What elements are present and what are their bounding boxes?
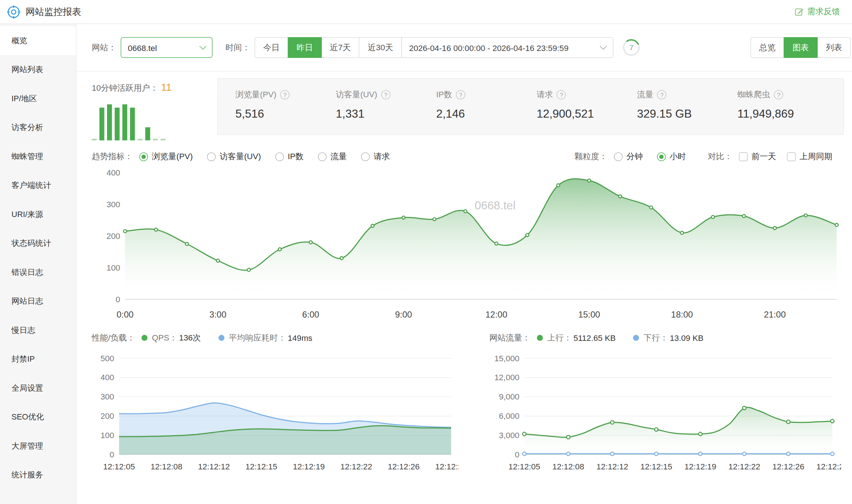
time-range-button[interactable]: 昨日 xyxy=(288,37,322,58)
help-icon[interactable]: ? xyxy=(774,90,784,100)
svg-text:200: 200 xyxy=(106,232,120,241)
stat-value: 2,146 xyxy=(436,107,537,120)
sidebar-item[interactable]: IP/地区 xyxy=(0,84,76,113)
sidebar-item[interactable]: 大屏管理 xyxy=(0,432,76,461)
svg-text:0: 0 xyxy=(115,295,120,304)
svg-text:21:00: 21:00 xyxy=(764,310,786,319)
time-range-group: 今日昨日近7天近30天 xyxy=(255,37,402,58)
help-icon[interactable]: ? xyxy=(657,90,667,100)
radio-icon xyxy=(614,152,623,161)
trend-metric-label: 趋势指标： xyxy=(92,151,133,162)
time-range-button[interactable]: 近7天 xyxy=(321,37,360,58)
metric-radio[interactable]: 流量 xyxy=(318,151,347,162)
granularity-radio[interactable]: 小时 xyxy=(657,151,686,162)
time-range-button[interactable]: 近30天 xyxy=(359,37,402,58)
app-logo-icon xyxy=(7,5,21,19)
page-title: 网站监控报表 xyxy=(26,5,82,18)
granularity-radio[interactable]: 分钟 xyxy=(614,151,643,162)
active-users-value: 11 xyxy=(161,82,172,93)
view-mode-button[interactable]: 图表 xyxy=(784,37,818,58)
stat-value: 11,949,869 xyxy=(737,107,838,120)
time-range-button[interactable]: 今日 xyxy=(255,37,288,58)
stats-card: 浏览量(PV)?5,516访客量(UV)?1,331IP数?2,146请求?12… xyxy=(217,78,844,135)
sidebar-item[interactable]: 状态码统计 xyxy=(0,229,76,258)
svg-text:6,000: 6,000 xyxy=(499,412,519,421)
active-users-label: 10分钟活跃用户： xyxy=(92,83,158,92)
refresh-countdown[interactable]: 7 xyxy=(622,38,641,57)
legend-item[interactable]: 下行：13.09 KB xyxy=(633,332,703,343)
sidebar-item[interactable]: SEO优化 xyxy=(0,403,76,432)
svg-text:12:12:12: 12:12:12 xyxy=(198,462,230,471)
sidebar-item[interactable]: 网站日志 xyxy=(0,287,76,316)
metric-radio[interactable]: IP数 xyxy=(275,151,304,162)
svg-text:500: 500 xyxy=(100,354,114,363)
sidebar-item[interactable]: 全局设置 xyxy=(0,374,76,403)
legend-item[interactable]: QPS：136次 xyxy=(142,332,201,343)
sidebar-item[interactable]: 统计服务 xyxy=(0,461,76,490)
perf-legend-items: QPS：136次平均响应耗时：149ms xyxy=(142,332,330,343)
svg-text:12:00: 12:00 xyxy=(485,310,507,319)
help-icon[interactable]: ? xyxy=(381,90,390,100)
stat-value: 1,331 xyxy=(336,107,436,120)
perf-legend-title: 性能/负载： xyxy=(92,332,135,343)
date-range-picker[interactable]: 2026-04-16 00:00:00 - 2026-04-16 23:59:5… xyxy=(402,37,614,58)
trend-controls: 趋势指标： 浏览量(PV)访客量(UV)IP数流量请求 颗粒度： 分钟小时 对比… xyxy=(76,141,852,163)
active-users-bar xyxy=(145,127,150,141)
traffic-panel: 网站流量： 上行：5112.65 KB下行：13.09 KB 03,0006,0… xyxy=(489,331,841,473)
date-range-value: 2026-04-16 00:00:00 - 2026-04-16 23:59:5… xyxy=(409,43,569,52)
perf-chart: 010020030040050012:12:0512:12:0812:12:12… xyxy=(92,353,459,473)
svg-text:100: 100 xyxy=(106,263,120,272)
metric-radio-group: 浏览量(PV)访客量(UV)IP数流量请求 xyxy=(139,151,405,162)
help-icon[interactable]: ? xyxy=(280,90,290,100)
stats-row: 10分钟活跃用户：11 浏览量(PV)?5,516访客量(UV)?1,331IP… xyxy=(76,72,852,141)
sidebar-item[interactable]: URI/来源 xyxy=(0,200,76,229)
view-mode-button[interactable]: 列表 xyxy=(817,37,851,58)
compare-checkbox[interactable]: 上周同期 xyxy=(787,151,833,162)
svg-text:12:12:29: 12:12:29 xyxy=(816,462,841,471)
sidebar: 概览网站列表IP/地区访客分析蜘蛛管理客户端统计URI/来源状态码统计错误日志网… xyxy=(0,24,76,504)
feedback-edit-icon xyxy=(795,7,804,17)
svg-text:12:12:05: 12:12:05 xyxy=(508,462,540,471)
active-users-zero-dash xyxy=(92,139,97,141)
svg-text:12:12:29: 12:12:29 xyxy=(435,462,459,471)
help-icon[interactable]: ? xyxy=(557,90,566,100)
legend-dot-icon xyxy=(218,335,225,341)
radio-icon xyxy=(207,152,216,161)
sidebar-item[interactable]: 慢日志 xyxy=(0,316,76,345)
legend-dot-icon xyxy=(633,335,639,341)
sidebar-item[interactable]: 访客分析 xyxy=(0,113,76,142)
sidebar-item[interactable]: 概览 xyxy=(0,26,76,55)
app-root: 网站监控报表 需求反馈 概览网站列表IP/地区访客分析蜘蛛管理客户端统计URI/… xyxy=(0,0,852,504)
stat-value: 5,516 xyxy=(236,107,336,120)
granularity-radio-group: 分钟小时 xyxy=(614,151,700,162)
radio-icon xyxy=(275,152,284,161)
stat-block: 流量?329.15 GB xyxy=(637,90,737,120)
active-users-zero-dash xyxy=(161,139,166,141)
legend-item[interactable]: 上行：5112.65 KB xyxy=(537,332,616,343)
svg-text:12:12:19: 12:12:19 xyxy=(293,462,325,471)
stat-value: 329.15 GB xyxy=(637,107,737,120)
sidebar-item[interactable]: 封禁IP xyxy=(0,345,76,374)
sidebar-item[interactable]: 蜘蛛管理 xyxy=(0,142,76,171)
sidebar-item[interactable]: 错误日志 xyxy=(0,258,76,287)
metric-radio[interactable]: 请求 xyxy=(361,151,390,162)
refresh-countdown-value: 7 xyxy=(629,43,634,52)
feedback-button[interactable]: 需求反馈 xyxy=(795,7,840,17)
svg-text:3,000: 3,000 xyxy=(499,431,519,440)
site-select[interactable]: 0668.tel xyxy=(121,37,213,58)
help-icon[interactable]: ? xyxy=(456,90,465,100)
compare-checkbox[interactable]: 前一天 xyxy=(739,151,776,162)
svg-text:12:12:26: 12:12:26 xyxy=(772,462,804,471)
site-select-value: 0668.tel xyxy=(128,43,157,52)
legend-item[interactable]: 平均响应耗时：149ms xyxy=(218,332,312,343)
view-mode-button[interactable]: 总览 xyxy=(750,37,784,58)
sidebar-item[interactable]: 客户端统计 xyxy=(0,171,76,200)
metric-radio[interactable]: 浏览量(PV) xyxy=(139,151,193,162)
metric-radio[interactable]: 访客量(UV) xyxy=(207,151,261,162)
svg-text:12,000: 12,000 xyxy=(494,373,520,382)
svg-text:0:00: 0:00 xyxy=(117,310,134,319)
view-mode-group: 总览图表列表 xyxy=(750,37,851,58)
sidebar-item[interactable]: 网站列表 xyxy=(0,55,76,84)
stat-label: 请求? xyxy=(537,90,637,100)
stat-label: 浏览量(PV)? xyxy=(236,90,336,100)
